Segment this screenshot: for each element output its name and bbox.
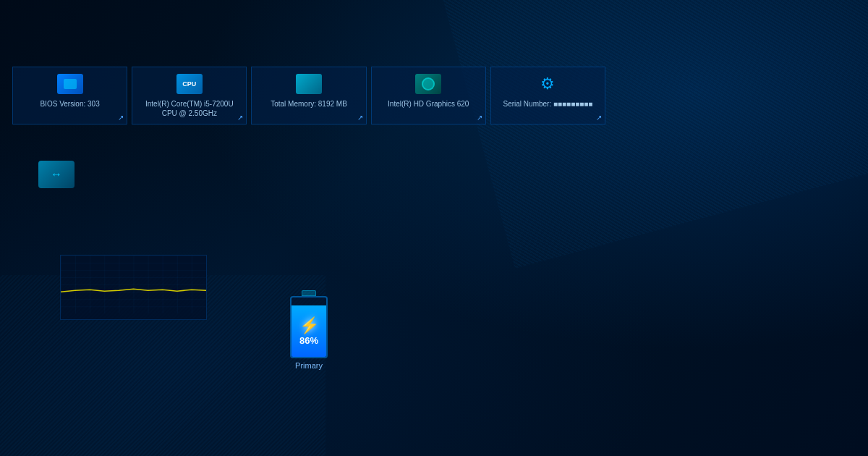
memory-card-arrow: ↗ [357, 114, 363, 122]
gears-icon-container: ⚙ [533, 73, 562, 95]
memory-label: Total Memory: 8192 MB [271, 99, 347, 109]
battery-bolt-icon: ⚡ [299, 316, 319, 335]
battery-fill: ⚡ 86% [292, 305, 326, 357]
bios-card-arrow: ↗ [118, 114, 124, 122]
ram-icon-container [294, 73, 323, 95]
system-cards: BIOS Version: 303 ↗ Intel(R) Core(TM) i5… [12, 67, 605, 124]
serial-card[interactable]: ⚙ Serial Number: ■■■■■■■■■ ↗ [490, 67, 605, 124]
cpu-card-arrow: ↗ [237, 114, 243, 122]
memory-card[interactable]: Total Memory: 8192 MB ↗ [251, 67, 366, 124]
svg-rect-0 [61, 256, 206, 313]
gears-icon: ⚙ [540, 75, 555, 93]
ram-icon [296, 74, 322, 94]
gpu-icon-container [414, 73, 443, 95]
battery-top [302, 290, 316, 296]
bios-chip-icon [57, 74, 83, 94]
cpu-label: Intel(R) Core(TM) i5-7200U CPU @ 2.50GHz [137, 99, 242, 118]
battery-container: ⚡ 86% Primary [287, 290, 331, 370]
gpu-card[interactable]: Intel(R) HD Graphics 620 ↗ [371, 67, 486, 124]
cpu-icon [176, 74, 203, 94]
cpu-graph-box [60, 255, 207, 320]
bios-version-label: BIOS Version: 303 [40, 99, 99, 109]
monitor-icon [38, 161, 75, 188]
serial-label: Serial Number: ■■■■■■■■■ [503, 99, 593, 109]
gpu-label: Intel(R) HD Graphics 620 [388, 99, 469, 109]
cpu-card[interactable]: Intel(R) Core(TM) i5-7200U CPU @ 2.50GHz… [132, 67, 247, 124]
app-root: ASUS | BIOS Utility - EZ Mode | ■■■■■■■■… [0, 0, 868, 456]
chip-icon-container [56, 73, 85, 95]
bios-card[interactable]: BIOS Version: 303 ↗ [12, 67, 127, 124]
serial-card-arrow: ↗ [596, 114, 602, 122]
cpu-graph-svg [61, 256, 206, 313]
cpu-icon-container [175, 73, 204, 95]
battery-body: ⚡ 86% [290, 296, 328, 358]
battery-percent: 86% [299, 335, 318, 346]
gpu-icon [415, 74, 441, 94]
gpu-card-arrow: ↗ [477, 114, 482, 122]
battery-label: Primary [295, 361, 323, 370]
